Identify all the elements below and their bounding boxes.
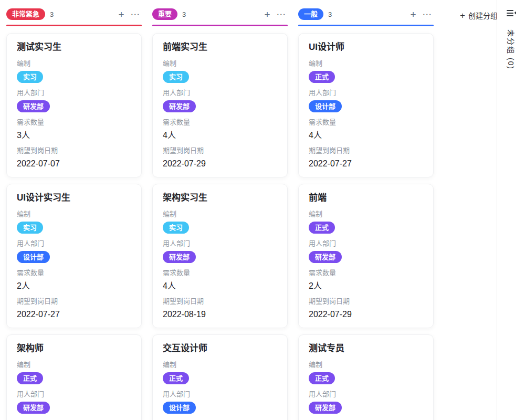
record-field: 编制 实习 xyxy=(17,59,131,88)
record-card[interactable]: 测试实习生 编制 实习 用人部门 研发部 需求数量 3人 期望到岗日期 2022… xyxy=(6,33,142,177)
record-field: 编制 正式 xyxy=(163,360,277,390)
record-field: 用人部门 研发部 xyxy=(309,239,423,268)
record-title: 测试实习生 xyxy=(17,41,131,53)
ellipsis-icon: ⋯ xyxy=(423,10,432,19)
record-field: 用人部门 设计部 xyxy=(309,88,423,118)
record-card[interactable]: 测试专员 编制 正式 用人部门 研发部 需求数量 xyxy=(298,334,434,420)
field-label: 用人部门 xyxy=(163,88,277,97)
field-tag: 正式 xyxy=(309,71,335,83)
add-record-button[interactable]: + xyxy=(114,8,128,20)
record-title: 架构师 xyxy=(17,343,131,354)
add-record-button[interactable]: + xyxy=(406,8,420,20)
group-count: 3 xyxy=(50,10,54,18)
field-label: 用人部门 xyxy=(309,239,423,248)
record-card[interactable]: 架构师 编制 正式 用人部门 研发部 需求数量 xyxy=(6,334,142,420)
field-label: 编制 xyxy=(17,59,131,68)
column-header: 非常紧急 3 + ⋯ xyxy=(6,7,142,21)
field-label: 用人部门 xyxy=(17,239,131,248)
record-field: 用人部门 研发部 xyxy=(309,390,423,419)
field-tag: 研发部 xyxy=(17,100,50,112)
field-tag: 实习 xyxy=(17,71,43,83)
field-label: 编制 xyxy=(163,59,277,68)
record-field: 期望到岗日期 2022-07-27 xyxy=(309,146,423,169)
field-label: 期望到岗日期 xyxy=(163,297,277,306)
record-title: 前端实习生 xyxy=(163,41,277,53)
record-card[interactable]: 架构实习生 编制 实习 用人部门 研发部 需求数量 4人 期望到岗日期 2022… xyxy=(152,184,288,328)
field-tag: 研发部 xyxy=(163,100,196,112)
field-label: 编制 xyxy=(163,360,277,369)
record-fields: 编制 实习 用人部门 研发部 需求数量 4人 期望到岗日期 2022-07-29 xyxy=(163,59,277,169)
ungrouped-collapsed-label[interactable]: 未分组 (0) xyxy=(506,29,517,70)
record-field: 需求数量 2人 xyxy=(309,268,423,291)
group-list-collapse-icon xyxy=(506,11,517,19)
field-value: 2人 xyxy=(309,280,423,291)
record-field: 用人部门 设计部 xyxy=(17,239,131,268)
record-field: 期望到岗日期 2022-07-29 xyxy=(163,146,277,169)
record-field: 编制 正式 xyxy=(17,360,131,390)
record-card[interactable]: UI设计实习生 编制 实习 用人部门 设计部 需求数量 2人 期望到岗日期 20… xyxy=(6,184,142,328)
record-card[interactable]: 交互设计师 编制 正式 用人部门 设计部 需求数量 xyxy=(152,334,288,420)
kanban-app: 非常紧急 3 + ⋯ 测试实习生 编制 实习 用人部门 研发部 需求数量 3人 … xyxy=(0,0,525,420)
record-card[interactable]: 前端实习生 编制 实习 用人部门 研发部 需求数量 4人 期望到岗日期 2022… xyxy=(152,33,288,177)
group-color-bar xyxy=(298,25,434,26)
record-title: UI设计实习生 xyxy=(17,192,131,204)
record-title: 交互设计师 xyxy=(163,343,277,354)
ellipsis-icon: ⋯ xyxy=(131,10,140,19)
plus-icon: + xyxy=(410,9,416,19)
record-card[interactable]: UI设计师 编制 正式 用人部门 设计部 需求数量 4人 期望到岗日期 2022… xyxy=(298,33,434,177)
record-field: 期望到岗日期 2022-07-07 xyxy=(17,146,131,169)
group-menu-button[interactable]: ⋯ xyxy=(420,8,434,20)
record-field: 需求数量 2人 xyxy=(17,268,131,291)
record-field: 用人部门 设计部 xyxy=(163,390,277,419)
record-field: 需求数量 4人 xyxy=(163,118,277,141)
ellipsis-icon: ⋯ xyxy=(277,10,286,19)
plus-icon: + xyxy=(118,9,124,19)
field-label: 用人部门 xyxy=(309,390,423,398)
group-name-badge[interactable]: 非常紧急 xyxy=(6,8,45,20)
card-list: UI设计师 编制 正式 用人部门 设计部 需求数量 4人 期望到岗日期 2022… xyxy=(298,33,434,420)
record-card[interactable]: 前端 编制 正式 用人部门 研发部 需求数量 2人 期望到岗日期 2022-07… xyxy=(298,184,434,328)
field-tag: 设计部 xyxy=(17,251,50,263)
create-group-button[interactable]: + 创建分组 xyxy=(460,10,498,20)
add-record-button[interactable]: + xyxy=(260,8,274,20)
field-label: 期望到岗日期 xyxy=(17,297,131,306)
field-value: 2022-08-19 xyxy=(163,309,277,320)
field-label: 用人部门 xyxy=(163,239,277,248)
field-label: 编制 xyxy=(17,360,131,369)
group-menu-button[interactable]: ⋯ xyxy=(274,8,288,20)
field-value: 4人 xyxy=(163,280,277,291)
record-field: 期望到岗日期 2022-07-29 xyxy=(309,297,423,320)
group-name-badge[interactable]: 一般 xyxy=(298,8,323,20)
record-field: 编制 实习 xyxy=(17,209,131,239)
group-count: 3 xyxy=(182,10,186,18)
field-tag: 实习 xyxy=(163,71,189,83)
column-header: 一般 3 + ⋯ xyxy=(298,7,434,21)
field-label: 用人部门 xyxy=(309,88,423,97)
field-label: 需求数量 xyxy=(309,268,423,277)
record-field: 期望到岗日期 2022-07-27 xyxy=(17,297,131,320)
group-menu-button[interactable]: ⋯ xyxy=(128,8,142,20)
record-field: 期望到岗日期 2022-08-19 xyxy=(163,297,277,320)
kanban-column: 一般 3 + ⋯ UI设计师 编制 正式 用人部门 设计部 需求数量 4人 期望… xyxy=(298,7,434,420)
record-title: 架构实习生 xyxy=(163,192,277,204)
record-field: 编制 实习 xyxy=(163,59,277,88)
collapse-panel-button[interactable] xyxy=(504,7,519,21)
field-value: 4人 xyxy=(163,130,277,141)
card-list: 测试实习生 编制 实习 用人部门 研发部 需求数量 3人 期望到岗日期 2022… xyxy=(6,33,142,420)
record-fields: 编制 正式 用人部门 研发部 需求数量 xyxy=(17,360,131,420)
group-color-bar xyxy=(152,25,288,26)
field-label: 编制 xyxy=(17,209,131,218)
record-field: 编制 正式 xyxy=(309,59,423,88)
field-value: 2022-07-27 xyxy=(17,309,131,320)
field-value: 2022-07-27 xyxy=(309,158,423,169)
field-value: 3人 xyxy=(17,130,131,141)
record-field: 用人部门 研发部 xyxy=(17,390,131,419)
field-label: 用人部门 xyxy=(17,390,131,398)
record-fields: 编制 正式 用人部门 设计部 需求数量 4人 期望到岗日期 2022-07-27 xyxy=(309,59,423,169)
record-fields: 编制 实习 用人部门 研发部 需求数量 4人 期望到岗日期 2022-08-19 xyxy=(163,209,277,320)
field-tag: 设计部 xyxy=(309,100,342,112)
field-label: 期望到岗日期 xyxy=(309,146,423,155)
field-tag: 正式 xyxy=(309,372,335,384)
group-name-badge[interactable]: 重要 xyxy=(152,8,177,20)
record-field: 需求数量 3人 xyxy=(17,118,131,141)
